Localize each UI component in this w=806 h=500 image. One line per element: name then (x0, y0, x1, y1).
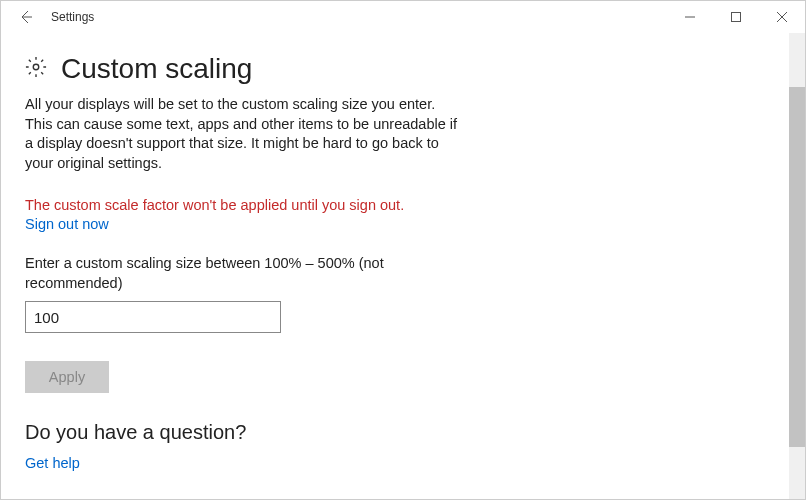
question-heading: Do you have a question? (25, 421, 781, 444)
input-label: Enter a custom scaling size between 100%… (25, 254, 405, 293)
page-title: Custom scaling (61, 53, 252, 85)
sign-out-link[interactable]: Sign out now (25, 216, 109, 232)
gear-icon (25, 56, 47, 82)
maximize-button[interactable] (713, 1, 759, 33)
titlebar: Settings (1, 1, 805, 33)
arrow-left-icon (17, 9, 33, 25)
close-button[interactable] (759, 1, 805, 33)
window-controls (667, 1, 805, 33)
back-button[interactable] (9, 1, 41, 33)
window-title: Settings (51, 10, 94, 24)
get-help-link[interactable]: Get help (25, 455, 80, 471)
content-area: Custom scaling All your displays will be… (1, 33, 805, 499)
heading-row: Custom scaling (25, 53, 781, 85)
svg-rect-1 (732, 13, 741, 22)
apply-button[interactable]: Apply (25, 361, 109, 393)
svg-point-4 (33, 64, 39, 70)
scaling-input[interactable] (25, 301, 281, 333)
close-icon (777, 12, 787, 22)
maximize-icon (731, 12, 741, 22)
minimize-icon (685, 12, 695, 22)
description-text: All your displays will be set to the cus… (25, 95, 465, 173)
minimize-button[interactable] (667, 1, 713, 33)
warning-text: The custom scale factor won't be applied… (25, 197, 781, 213)
